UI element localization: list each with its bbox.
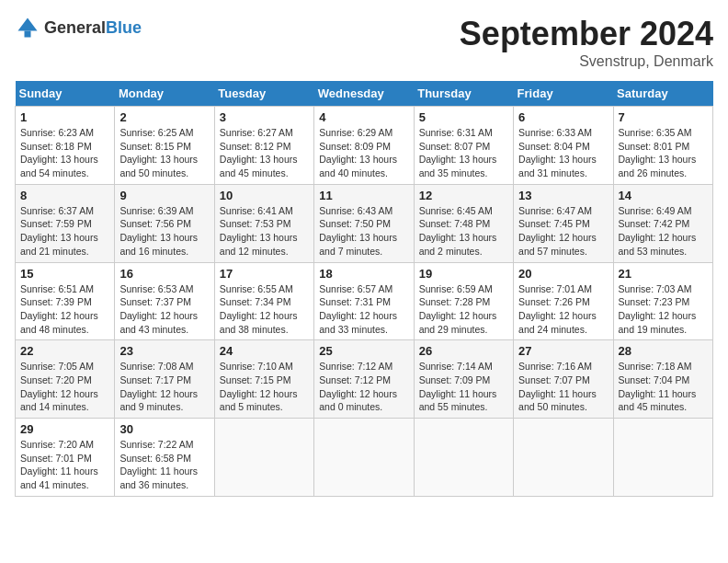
day-number: 4 (319, 110, 408, 124)
day-info: Sunrise: 6:53 AM Sunset: 7:37 PM Dayligh… (119, 282, 209, 337)
month-title: September 2024 (460, 15, 713, 53)
day-of-week-header: Friday (514, 81, 613, 107)
calendar-week-row: 8Sunrise: 6:37 AM Sunset: 7:59 PM Daylig… (16, 184, 713, 262)
calendar-cell: 23Sunrise: 7:08 AM Sunset: 7:17 PM Dayli… (115, 340, 214, 419)
day-number: 17 (220, 267, 309, 281)
day-info: Sunrise: 7:18 AM Sunset: 7:04 PM Dayligh… (619, 360, 708, 414)
logo-icon (15, 15, 40, 40)
day-of-week-header: Tuesday (214, 81, 313, 107)
day-number: 14 (619, 189, 708, 202)
calendar-cell: 29Sunrise: 7:20 AM Sunset: 7:01 PM Dayli… (16, 419, 115, 497)
day-number: 25 (319, 344, 408, 358)
day-number: 11 (319, 189, 408, 202)
calendar-cell: 11Sunrise: 6:43 AM Sunset: 7:50 PM Dayli… (314, 184, 414, 262)
day-info: Sunrise: 6:39 AM Sunset: 7:56 PM Dayligh… (119, 204, 209, 259)
day-number: 13 (518, 189, 608, 202)
day-number: 9 (119, 189, 209, 202)
day-of-week-header: Thursday (414, 81, 513, 107)
day-of-week-header: Wednesday (314, 81, 414, 107)
calendar-week-row: 22Sunrise: 7:05 AM Sunset: 7:20 PM Dayli… (16, 340, 713, 419)
day-info: Sunrise: 7:20 AM Sunset: 7:01 PM Dayligh… (20, 438, 109, 492)
calendar-header-row: SundayMondayTuesdayWednesdayThursdayFrid… (16, 81, 713, 107)
calendar-cell: 5Sunrise: 6:31 AM Sunset: 8:07 PM Daylig… (414, 107, 513, 185)
calendar-cell: 30Sunrise: 7:22 AM Sunset: 6:58 PM Dayli… (115, 419, 214, 497)
day-number: 18 (319, 267, 408, 281)
calendar-table: SundayMondayTuesdayWednesdayThursdayFrid… (15, 81, 713, 497)
location: Svenstrup, Denmark (460, 53, 713, 70)
day-number: 27 (518, 344, 608, 358)
day-info: Sunrise: 6:23 AM Sunset: 8:18 PM Dayligh… (20, 126, 109, 180)
day-info: Sunrise: 6:33 AM Sunset: 8:04 PM Dayligh… (518, 126, 608, 180)
calendar-cell: 2Sunrise: 6:25 AM Sunset: 8:15 PM Daylig… (115, 107, 214, 185)
calendar-cell: 25Sunrise: 7:12 AM Sunset: 7:12 PM Dayli… (314, 340, 414, 419)
day-number: 19 (419, 267, 508, 281)
logo-text-blue: Blue (106, 18, 142, 37)
title-block: September 2024 Svenstrup, Denmark (460, 15, 713, 70)
day-number: 29 (20, 422, 109, 436)
day-info: Sunrise: 7:01 AM Sunset: 7:26 PM Dayligh… (518, 282, 608, 337)
day-info: Sunrise: 6:25 AM Sunset: 8:15 PM Dayligh… (119, 126, 209, 180)
calendar-cell: 19Sunrise: 6:59 AM Sunset: 7:28 PM Dayli… (414, 262, 513, 340)
day-number: 15 (20, 267, 109, 281)
day-info: Sunrise: 6:43 AM Sunset: 7:50 PM Dayligh… (319, 204, 408, 259)
day-number: 30 (119, 422, 209, 436)
logo: GeneralBlue (15, 15, 142, 40)
day-of-week-header: Sunday (16, 81, 115, 107)
page-header: GeneralBlue September 2024 Svenstrup, De… (15, 15, 713, 70)
calendar-cell: 9Sunrise: 6:39 AM Sunset: 7:56 PM Daylig… (115, 184, 214, 262)
calendar-cell: 14Sunrise: 6:49 AM Sunset: 7:42 PM Dayli… (613, 184, 712, 262)
calendar-cell: 26Sunrise: 7:14 AM Sunset: 7:09 PM Dayli… (414, 340, 513, 419)
calendar-cell: 21Sunrise: 7:03 AM Sunset: 7:23 PM Dayli… (613, 262, 712, 340)
calendar-cell: 3Sunrise: 6:27 AM Sunset: 8:12 PM Daylig… (214, 107, 313, 185)
day-of-week-header: Saturday (613, 81, 712, 107)
calendar-week-row: 29Sunrise: 7:20 AM Sunset: 7:01 PM Dayli… (16, 419, 713, 497)
day-info: Sunrise: 6:35 AM Sunset: 8:01 PM Dayligh… (619, 126, 708, 180)
calendar-cell: 6Sunrise: 6:33 AM Sunset: 8:04 PM Daylig… (514, 107, 613, 185)
calendar-cell: 17Sunrise: 6:55 AM Sunset: 7:34 PM Dayli… (214, 262, 313, 340)
calendar-cell: 1Sunrise: 6:23 AM Sunset: 8:18 PM Daylig… (16, 107, 115, 185)
day-info: Sunrise: 6:59 AM Sunset: 7:28 PM Dayligh… (419, 282, 508, 337)
day-info: Sunrise: 6:41 AM Sunset: 7:53 PM Dayligh… (220, 204, 309, 259)
day-info: Sunrise: 7:12 AM Sunset: 7:12 PM Dayligh… (319, 360, 408, 414)
calendar-cell (314, 419, 414, 497)
calendar-cell: 24Sunrise: 7:10 AM Sunset: 7:15 PM Dayli… (214, 340, 313, 419)
day-info: Sunrise: 7:10 AM Sunset: 7:15 PM Dayligh… (220, 360, 309, 414)
day-info: Sunrise: 6:27 AM Sunset: 8:12 PM Dayligh… (220, 126, 309, 180)
calendar-cell: 4Sunrise: 6:29 AM Sunset: 8:09 PM Daylig… (314, 107, 414, 185)
day-number: 10 (220, 189, 309, 202)
day-number: 28 (619, 344, 708, 358)
calendar-body: 1Sunrise: 6:23 AM Sunset: 8:18 PM Daylig… (16, 107, 713, 497)
svg-rect-1 (25, 31, 31, 38)
day-number: 16 (119, 267, 209, 281)
day-number: 1 (20, 110, 109, 124)
day-info: Sunrise: 6:55 AM Sunset: 7:34 PM Dayligh… (220, 282, 309, 337)
calendar-cell (514, 419, 613, 497)
day-info: Sunrise: 7:22 AM Sunset: 6:58 PM Dayligh… (119, 438, 209, 492)
calendar-cell: 7Sunrise: 6:35 AM Sunset: 8:01 PM Daylig… (613, 107, 712, 185)
calendar-cell: 27Sunrise: 7:16 AM Sunset: 7:07 PM Dayli… (514, 340, 613, 419)
day-info: Sunrise: 6:31 AM Sunset: 8:07 PM Dayligh… (419, 126, 508, 180)
calendar-cell: 15Sunrise: 6:51 AM Sunset: 7:39 PM Dayli… (16, 262, 115, 340)
logo-text-general: General (44, 18, 106, 37)
day-info: Sunrise: 6:29 AM Sunset: 8:09 PM Dayligh… (319, 126, 408, 180)
day-number: 12 (419, 189, 508, 202)
day-info: Sunrise: 7:08 AM Sunset: 7:17 PM Dayligh… (119, 360, 209, 414)
calendar-cell (613, 419, 712, 497)
calendar-week-row: 15Sunrise: 6:51 AM Sunset: 7:39 PM Dayli… (16, 262, 713, 340)
calendar-cell: 10Sunrise: 6:41 AM Sunset: 7:53 PM Dayli… (214, 184, 313, 262)
day-number: 23 (119, 344, 209, 358)
day-number: 6 (518, 110, 608, 124)
calendar-cell: 8Sunrise: 6:37 AM Sunset: 7:59 PM Daylig… (16, 184, 115, 262)
day-info: Sunrise: 7:05 AM Sunset: 7:20 PM Dayligh… (20, 360, 109, 414)
calendar-cell: 20Sunrise: 7:01 AM Sunset: 7:26 PM Dayli… (514, 262, 613, 340)
day-number: 7 (619, 110, 708, 124)
day-number: 20 (518, 267, 608, 281)
calendar-cell: 12Sunrise: 6:45 AM Sunset: 7:48 PM Dayli… (414, 184, 513, 262)
day-number: 2 (119, 110, 209, 124)
calendar-cell: 18Sunrise: 6:57 AM Sunset: 7:31 PM Dayli… (314, 262, 414, 340)
day-info: Sunrise: 7:03 AM Sunset: 7:23 PM Dayligh… (619, 282, 708, 337)
day-info: Sunrise: 7:16 AM Sunset: 7:07 PM Dayligh… (518, 360, 608, 414)
calendar-cell: 28Sunrise: 7:18 AM Sunset: 7:04 PM Dayli… (613, 340, 712, 419)
day-info: Sunrise: 6:49 AM Sunset: 7:42 PM Dayligh… (619, 204, 708, 259)
calendar-week-row: 1Sunrise: 6:23 AM Sunset: 8:18 PM Daylig… (16, 107, 713, 185)
